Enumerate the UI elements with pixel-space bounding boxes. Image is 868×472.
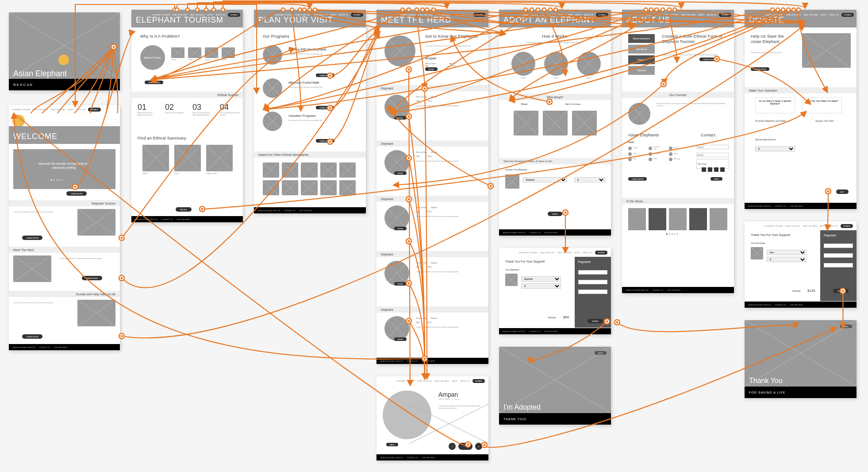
- btn-more[interactable]: MORE: [394, 171, 407, 175]
- select-sponsor[interactable]: $: [755, 143, 795, 151]
- img-placeholder: [13, 255, 51, 282]
- img-placeholder: [751, 247, 763, 259]
- blurb: Lorem ipsum dolor sit amet consectetur a…: [662, 54, 728, 56]
- btn-more[interactable]: MORE: [394, 337, 407, 341]
- blurb: Lorem ipsum dolor sit amet consectetur e…: [288, 86, 355, 89]
- input-email[interactable]: [696, 153, 729, 157]
- sect-donate: Donate and Help Save A Life: [9, 291, 120, 297]
- h-programs: Our Programs: [263, 34, 289, 39]
- frame-adopt: ELEPHANT TOURISMPLAN YOUR VISITMEET THE …: [499, 10, 611, 236]
- sect-search: Search for Other Ethical Sanctuaries: [254, 151, 366, 158]
- ampan-card: Ampan Rescue Date: Weight: Age: Likes:: [425, 56, 457, 67]
- nav[interactable]: ELEPHANT TOURISMPLAN YOUR VISITMEET THE …: [764, 224, 853, 228]
- img-placeholder: [802, 33, 851, 68]
- nav[interactable]: ELEPHANT TOURISMPLAN YOUR VISITMEET THE …: [12, 108, 101, 112]
- blurb: Lorem ipsum dolor sit amet consectetur a…: [425, 45, 483, 47]
- input-name[interactable]: [824, 244, 853, 248]
- nav[interactable]: ELEPHANT TOURISMPLAN YOUR VISITMEET THE …: [519, 251, 607, 255]
- social-icons[interactable]: [702, 167, 725, 172]
- pager-dots[interactable]: [51, 179, 63, 181]
- cta-learn-more[interactable]: LEARN MORE: [66, 191, 87, 196]
- blurb: Lorem ipsum dolor sit amet consectetur e…: [13, 211, 66, 213]
- btn-see-all[interactable]: SEE ALL: [176, 207, 192, 212]
- elephant-img: [384, 35, 415, 66]
- btn-learn-more[interactable]: LEARN MORE: [22, 236, 42, 240]
- pager-dots[interactable]: [666, 233, 678, 235]
- steps: 01Avoid Tours Where Elephants Perform 02…: [138, 103, 241, 116]
- sect-news: In the News ...: [622, 198, 734, 204]
- detail-sub: RESCUED 1-2018: [438, 398, 459, 401]
- sun-icon: [12, 115, 25, 127]
- lbl-support: Support Your Herd: [815, 120, 833, 123]
- btn-learn-more[interactable]: LEARN MORE: [316, 74, 334, 77]
- footer: ASIAN ELEPHANT RESCUECONTACT USJOIN THE …: [254, 207, 366, 213]
- program-title: Volunteer Programs: [288, 114, 316, 118]
- sub: THANK YOU!: [499, 413, 611, 425]
- sect-ethical: Ethical Tourism: [131, 92, 243, 98]
- page-header: ELEPHANT TOURISMPLAN YOUR VISITMEET THE …: [376, 10, 488, 27]
- h1: Creating A More Ethical Form of Elephant…: [662, 34, 724, 44]
- btn-learn-more[interactable]: LEARN MORE: [82, 276, 102, 280]
- input-cvv[interactable]: [578, 290, 607, 294]
- btn-learn-more[interactable]: LEARN MORE: [699, 58, 718, 61]
- mini-cards: Lorem Lorem Lorem Lorem: [171, 47, 235, 67]
- btn-back[interactable]: BACK: [386, 443, 398, 446]
- btn-submit[interactable]: SUBMIT: [833, 289, 849, 293]
- input-card[interactable]: [578, 280, 607, 284]
- btn-add[interactable]: ADD: [836, 190, 849, 194]
- lbl-purchase: Your Purchase: [751, 242, 765, 245]
- title: Thank You: [749, 377, 783, 385]
- h-find: Find an Ethical Sanctuary: [138, 136, 186, 141]
- facts-grid: Trunk Sensitive Skin Ears Diet Toenails …: [628, 146, 685, 161]
- page-header: ELEPHANT TOURISMPLAN YOUR VISITMEET THE …: [131, 10, 243, 27]
- h-contact: Contact: [701, 133, 715, 138]
- select-amt[interactable]: $: [767, 254, 807, 262]
- h1: Help Us Save the Asian Elephant: [751, 34, 795, 44]
- item-love: He's In Love...: [565, 103, 582, 106]
- lbl-meal: Purchase Elephants an E-Meal: [755, 120, 786, 123]
- steps-circles: Step 1 Step 2 Step 3: [511, 52, 601, 79]
- btn-start[interactable]: START: [548, 212, 562, 216]
- founder-img: [628, 103, 650, 125]
- contact-form[interactable]: [696, 142, 729, 169]
- select-amt[interactable]: $: [521, 281, 561, 289]
- select-amount[interactable]: $: [574, 174, 605, 182]
- input-name[interactable]: [578, 270, 607, 275]
- footer: ASIAN ELEPHANT RESCUECONTACT USJOIN THE …: [499, 229, 611, 236]
- blurb: Lorem ipsum dolor sit amet consectetur a…: [438, 405, 483, 410]
- page-header: ELEPHANT TOURISMPLAN YOUR VISITMEET THE …: [622, 10, 734, 27]
- h-asian: Asian Elephants: [628, 133, 659, 138]
- frame-herd: ELEPHANT TOURISMPLAN YOUR VISITMEET THE …: [376, 10, 488, 364]
- btn-back[interactable]: BACK: [840, 325, 852, 328]
- input-card[interactable]: [824, 253, 853, 258]
- img-placeholder: [77, 209, 115, 236]
- btn-submit[interactable]: SUBMIT: [588, 319, 603, 323]
- frame-adopt-pay: ELEPHANT TOURISMPLAN YOUR VISITMEET THE …: [499, 248, 611, 334]
- btn-more[interactable]: MORE: [425, 67, 438, 71]
- lbl-subtotal: Subtotal: [548, 316, 556, 319]
- btn-learn-more[interactable]: LEARN MORE: [145, 81, 163, 84]
- btn-learn-more[interactable]: LEARN MORE: [316, 139, 334, 143]
- btn-back[interactable]: BACK: [595, 351, 607, 355]
- brand-name: Asian Elephant: [13, 69, 67, 78]
- bubble-main: Elephant Tourism: [140, 45, 165, 70]
- btn-learn-more[interactable]: LEARN MORE: [751, 67, 769, 71]
- nav[interactable]: ELEPHANT TOURISMPLAN YOUR VISITMEET THE …: [396, 379, 485, 383]
- input-name[interactable]: [696, 145, 729, 149]
- frame-about: ELEPHANT TOURISMPLAN YOUR VISITMEET THE …: [622, 10, 734, 293]
- pager[interactable]: ‹ ›: [449, 443, 482, 450]
- btn-more[interactable]: MORE: [394, 282, 407, 286]
- btn-more[interactable]: MORE: [394, 116, 407, 120]
- btn-more[interactable]: MORE: [394, 227, 407, 230]
- btn-learn-more[interactable]: LEARN MORE: [628, 177, 647, 181]
- search-grid: [263, 162, 356, 195]
- btn-send[interactable]: SEND: [711, 177, 722, 181]
- btn-learn-more[interactable]: LEARN MORE: [316, 106, 334, 109]
- blurb: Lorem ipsum dolor sit amet consectetur e…: [288, 53, 355, 55]
- footer: ASIAN ELEPHANT RESCUECONTACT USJOIN THE …: [745, 203, 856, 209]
- select-elephant[interactable]: Elephant: [523, 174, 567, 182]
- title: I'm Adopted: [503, 403, 541, 411]
- btn-learn-more[interactable]: LEARN MORE: [22, 334, 42, 339]
- input-cvv[interactable]: [824, 263, 853, 267]
- svg-point-129: [616, 321, 618, 324]
